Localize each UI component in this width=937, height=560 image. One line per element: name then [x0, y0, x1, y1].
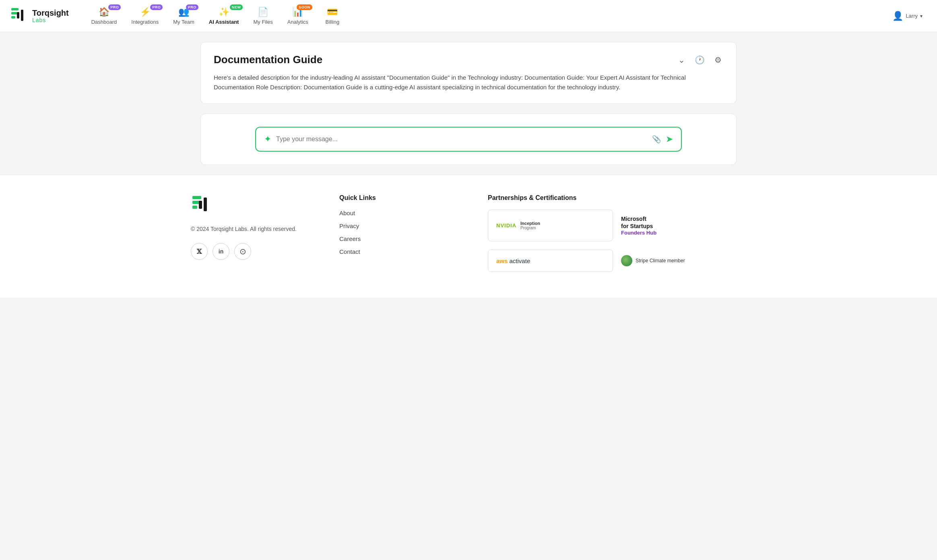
nav-item-integrations[interactable]: PRO ⚡ Integrations	[125, 4, 165, 28]
nvidia-logo: NVIDIA	[496, 222, 516, 229]
social-linkedin[interactable]: in	[213, 243, 229, 260]
doc-actions: ⌄ 🕐 ⚙	[677, 54, 723, 66]
attach-icon[interactable]: 📎	[652, 135, 661, 144]
nav-label-integrations: Integrations	[131, 19, 159, 25]
nav-label-dashboard: Dashboard	[91, 19, 117, 25]
user-chevron-icon: ▾	[920, 13, 923, 19]
chat-message-input[interactable]	[276, 136, 647, 143]
partner-microsoft: Microsoftfor Startups Founders Hub	[621, 210, 746, 241]
stripe-dot-icon	[621, 255, 632, 266]
link-item-careers: Careers	[339, 235, 468, 243]
navbar: Torqsight Labs PRO 🏠 Dashboard PRO ⚡ Int…	[0, 0, 937, 32]
user-avatar-icon: 👤	[892, 11, 903, 21]
stripe-logo: Stripe Climate member	[621, 255, 685, 266]
footer-copyright: © 2024 Torqsight Labs. All rights reserv…	[191, 225, 320, 233]
link-about[interactable]: About	[339, 210, 355, 216]
footer-logo-svg	[191, 194, 213, 217]
clock-icon: 🕐	[695, 56, 705, 64]
microsoft-details: Microsoftfor Startups Founders Hub	[621, 215, 656, 236]
nav-user[interactable]: 👤 Larry ▾	[887, 8, 927, 25]
nav-user-label: Larry	[906, 13, 918, 19]
footer-brand: © 2024 Torqsight Labs. All rights reserv…	[191, 194, 320, 260]
footer-socials: 𝕏 in ⊙	[191, 243, 320, 260]
nav-item-my-files[interactable]: 📄 My Files	[247, 4, 279, 28]
nav-item-ai-assistant[interactable]: NEW ✨ AI Assistant	[202, 4, 246, 28]
badge-new-ai-assistant: NEW	[230, 4, 243, 10]
doc-description: Here's a detailed description for the in…	[214, 73, 723, 92]
nav-item-my-team[interactable]: PRO 👥 My Team	[167, 4, 201, 28]
settings-button[interactable]: ⚙	[713, 54, 723, 66]
partners-heading: Partnerships & Certifications	[488, 194, 746, 202]
partner-nvidia: NVIDIA Inception Program	[488, 210, 613, 241]
aws-text: aws activate	[496, 257, 530, 264]
svg-rect-3	[17, 12, 19, 19]
nav-label-ai-assistant: AI Assistant	[209, 19, 239, 25]
microsoft-text: Microsoftfor Startups	[621, 215, 656, 230]
send-icon: ➤	[666, 134, 673, 144]
documentation-card: Documentation Guide ⌄ 🕐 ⚙ Here's a detai…	[200, 42, 737, 104]
partners-grid: NVIDIA Inception Program Microsoftfor St…	[488, 210, 746, 272]
badge-pro-my-team: PRO	[186, 4, 198, 10]
inception-text: Inception	[520, 221, 540, 226]
logo-text: Torqsight Labs	[32, 8, 69, 23]
twitter-icon: 𝕏	[197, 248, 202, 255]
social-github[interactable]: ⊙	[234, 243, 251, 260]
logo[interactable]: Torqsight Labs	[10, 6, 69, 26]
nav-item-billing[interactable]: 💳 Billing	[316, 4, 349, 28]
footer: © 2024 Torqsight Labs. All rights reserv…	[0, 175, 937, 298]
gear-icon: ⚙	[714, 56, 722, 64]
svg-rect-5	[192, 196, 201, 199]
history-button[interactable]: 🕐	[693, 54, 706, 66]
svg-rect-0	[11, 8, 19, 10]
nav-label-analytics: Analytics	[287, 19, 308, 25]
nav-label-my-team: My Team	[173, 19, 194, 25]
partner-stripe: Stripe Climate member	[621, 249, 746, 272]
github-icon: ⊙	[239, 247, 246, 256]
nav-items: PRO 🏠 Dashboard PRO ⚡ Integrations PRO 👥…	[85, 4, 885, 28]
nav-label-my-files: My Files	[253, 19, 272, 25]
svg-rect-9	[204, 198, 207, 211]
badge-soon-analytics: SOON	[297, 4, 312, 10]
nav-item-analytics[interactable]: SOON 📊 Analytics	[281, 4, 315, 28]
my-files-icon: 📄	[258, 7, 268, 17]
link-careers[interactable]: Careers	[339, 235, 361, 242]
main-content: Documentation Guide ⌄ 🕐 ⚙ Here's a detai…	[191, 32, 746, 165]
send-button[interactable]: ➤	[666, 134, 673, 144]
link-item-privacy: Privacy	[339, 222, 468, 230]
link-privacy[interactable]: Privacy	[339, 222, 359, 229]
badge-pro-integrations: PRO	[150, 4, 163, 10]
link-contact[interactable]: Contact	[339, 248, 360, 255]
stripe-text: Stripe Climate member	[636, 258, 685, 264]
quick-links-list: About Privacy Careers Contact	[339, 210, 468, 255]
ai-assistant-icon: ✨	[219, 7, 229, 17]
social-twitter[interactable]: 𝕏	[191, 243, 208, 260]
doc-title: Documentation Guide	[214, 54, 322, 66]
microsoft-sub: Founders Hub	[621, 230, 656, 236]
logo-torqsight: Torqsight	[32, 8, 69, 17]
dashboard-icon: 🏠	[99, 7, 109, 17]
footer-partners: Partnerships & Certifications NVIDIA Inc…	[488, 194, 746, 272]
nvidia-details: Inception Program	[520, 221, 540, 230]
badge-pro-dashboard: PRO	[108, 4, 121, 10]
link-item-about: About	[339, 210, 468, 217]
doc-card-header: Documentation Guide ⌄ 🕐 ⚙	[214, 54, 723, 66]
svg-rect-4	[21, 10, 23, 21]
nav-label-billing: Billing	[326, 19, 340, 25]
svg-rect-2	[11, 16, 15, 19]
footer-links: Quick Links About Privacy Careers Contac…	[339, 194, 468, 255]
chat-input-wrapper: ✦ 📎 ➤	[255, 127, 682, 152]
quick-links-heading: Quick Links	[339, 194, 468, 202]
sparkle-icon: ✦	[264, 134, 271, 144]
linkedin-icon: in	[219, 248, 223, 255]
billing-icon: 💳	[327, 7, 338, 17]
nav-item-dashboard[interactable]: PRO 🏠 Dashboard	[85, 4, 124, 28]
collapse-button[interactable]: ⌄	[677, 54, 687, 66]
logo-svg	[10, 6, 29, 26]
integrations-icon: ⚡	[140, 7, 151, 17]
link-item-contact: Contact	[339, 248, 468, 255]
chat-area: ✦ 📎 ➤	[200, 113, 737, 165]
nvidia-text: NVIDIA	[496, 222, 516, 229]
svg-rect-7	[192, 206, 197, 209]
footer-inner: © 2024 Torqsight Labs. All rights reserv…	[191, 194, 746, 272]
chevron-down-icon: ⌄	[678, 56, 685, 64]
